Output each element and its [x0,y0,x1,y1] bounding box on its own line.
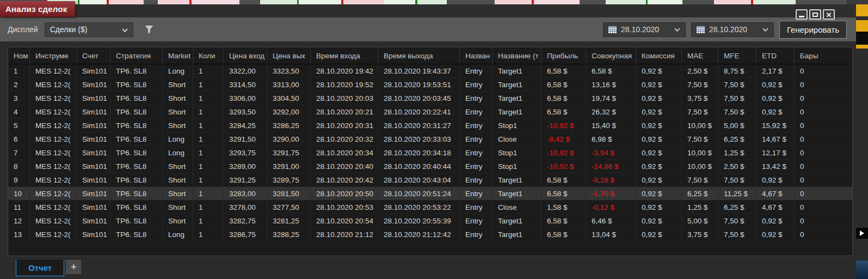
table-row[interactable]: 5MES 12-2(Sim101TP6. SL8Short13284,25328… [8,119,852,132]
table-cell: 0 [795,160,853,173]
filter-button[interactable] [144,25,154,34]
chevron-down-icon [762,28,768,32]
table-cell: 3293,75 [224,146,267,159]
table-cell: -10,92 $ [541,146,586,159]
table-cell: 10 [8,187,30,200]
table-cell: 3322,00 [224,64,267,77]
table-row[interactable]: 3MES 12-2(Sim101TP6. SL8Short13306,00330… [8,92,852,105]
date-from-picker[interactable]: 28.10.2020 [603,22,686,37]
table-cell: MES 12-2( [30,201,77,214]
table-cell: 3 [8,92,30,105]
column-header[interactable]: Счет [77,47,110,64]
table-cell: 1 [193,187,224,200]
table-cell: Long [163,132,193,145]
table-row[interactable]: 7MES 12-2(Sim101TP6. SL8Long13293,753291… [8,146,852,160]
table-row[interactable]: 4MES 12-2(Sim101TP6. SL8Short13293,50329… [8,105,852,119]
chart-strip-segment [158,0,189,4]
table-cell: MES 12-2( [30,105,77,118]
column-header[interactable]: Ном [8,47,30,64]
column-header[interactable]: Коли [193,47,224,64]
display-dropdown[interactable]: Сделки ($) [45,22,133,37]
chart-strip-segment [606,0,646,4]
table-cell: 5 [8,119,30,132]
table-cell: 0 [795,146,853,159]
column-header[interactable]: Комиссия [636,47,682,64]
table-cell: 6,58 $ [541,214,586,227]
table-cell: 1 [193,160,224,173]
table-cell: 1 [193,214,224,227]
table-cell: 0,92 $ [636,146,682,159]
table-cell: 7 [8,146,30,159]
table-cell: 3304,50 [267,92,311,105]
table-cell: 1 [193,119,224,132]
close-button[interactable] [823,9,835,20]
table-cell: 1 [193,78,224,91]
right-strip-segment [856,45,868,48]
column-header[interactable]: Назван [460,47,493,64]
table-cell: 0,92 $ [636,160,682,173]
column-header[interactable]: Совокупная [586,47,636,64]
table-row[interactable]: 8MES 12-2(Sim101TP6. SL8Short13289,00329… [8,160,852,173]
table-cell: 11 [8,201,30,214]
column-header[interactable]: Market p [163,47,193,64]
tab-report[interactable]: Отчет [16,260,64,276]
table-cell: 1 [193,92,224,105]
table-cell: MES 12-2( [30,228,77,241]
column-header[interactable]: Бары [795,47,853,64]
column-header[interactable]: Стратегия [110,47,163,64]
table-row[interactable]: 12MES 12-2(Sim101TP6. SL8Short13282,7532… [8,214,852,228]
maximize-button[interactable] [809,9,821,20]
table-cell: Entry [460,119,493,132]
column-header[interactable]: Время выхода [378,47,460,64]
column-header[interactable]: Время входа [311,47,378,64]
minimize-button[interactable] [796,9,808,20]
background-chart-strip [0,0,868,4]
table-cell: 0,92 $ [756,105,795,118]
table-cell: TP6. SL8 [110,146,163,159]
table-cell: Entry [460,78,493,91]
table-row[interactable]: 1MES 12-2(Sim101TP6. SL8Long13322,003323… [8,64,852,78]
table-cell: Short [163,92,193,105]
table-cell: 6,58 $ [541,92,586,105]
column-header[interactable]: ETD [756,47,795,64]
column-header[interactable]: Прибыль [541,47,586,64]
chart-strip-segment [534,0,580,4]
table-cell: 3293,50 [224,105,267,118]
generate-button[interactable]: Генерировать [779,21,847,39]
chart-strip-segment [648,0,682,4]
table-cell: 0,92 $ [636,92,682,105]
table-row[interactable]: 6MES 12-2(Sim101TP6. SL8Long13291,503290… [8,132,852,146]
table-cell: MES 12-2( [30,132,77,145]
table-cell: Target1 [493,105,541,118]
column-header[interactable]: MAE [682,47,718,64]
right-strip-segment [856,32,868,45]
table-cell: 1 [8,64,30,77]
table-cell: 12 [8,214,30,227]
table-cell: 28.10.2020 20:21 [311,105,378,118]
date-to-picker[interactable]: 28.10.2020 [691,22,774,37]
table-row[interactable]: 9MES 12-2(Sim101TP6. SL8Short13291,25328… [8,173,852,187]
column-header[interactable]: Цена вход [224,47,267,64]
page-title: Анализ сделок [0,1,75,17]
chart-strip-segment [299,0,341,4]
table-cell: 0 [795,187,853,200]
table-row[interactable]: 11MES 12-2(Sim101TP6. SL8Short13278,0032… [8,201,852,214]
column-header[interactable]: Цена вых [267,47,311,64]
table-row[interactable]: 2MES 12-2(Sim101TP6. SL8Short13314,50331… [8,78,852,92]
column-header[interactable]: MFE [718,47,756,64]
table-cell: 6,98 $ [586,132,636,145]
table-cell: 0 [795,92,853,105]
table-cell: Entry [460,173,493,186]
table-cell: 3288,25 [267,228,311,241]
column-header[interactable]: Название (т [493,47,541,64]
chart-strip-segment [714,0,751,4]
close-icon [826,10,832,20]
table-row[interactable]: 13MES 12-2(Sim101TP6. SL8Long13286,75328… [8,228,852,241]
table-cell: Entry [460,214,493,227]
minimize-icon [799,16,804,17]
table-row[interactable]: 10MES 12-2(Sim101TP6. SL8Short13283,0032… [8,187,852,201]
table-cell: 1 [193,146,224,159]
table-cell: Entry [460,201,493,214]
add-tab-button[interactable]: + [66,260,81,274]
column-header[interactable]: Инструме [30,47,77,64]
